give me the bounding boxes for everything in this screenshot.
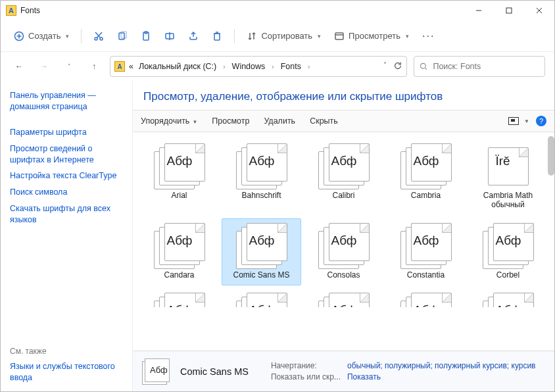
font-sample: Абф (414, 303, 439, 308)
sidebar-link[interactable]: Поиск символа (10, 187, 123, 198)
details-meta: Начертание:обычный; полужирный; полужирн… (271, 361, 536, 381)
search-icon (420, 62, 427, 71)
sidebar: Панель управления — домашняя страница Па… (1, 81, 132, 391)
folder-icon: A (114, 61, 125, 72)
paste-button[interactable] (135, 26, 157, 47)
maximize-button[interactable] (494, 1, 524, 20)
minimize-button[interactable] (464, 1, 494, 20)
hide-font-button[interactable]: Скрыть (310, 116, 338, 126)
sidebar-home[interactable]: Панель управления — домашняя страница (10, 90, 123, 112)
preview-button[interactable]: Просмотр (212, 116, 249, 126)
address-bar[interactable]: A « Локальный диск (C:) › Windows › Font… (110, 56, 407, 77)
help-button[interactable]: ? (536, 116, 546, 126)
font-label: Corbel (496, 270, 519, 280)
organize-button[interactable]: Упорядочить▼ (141, 116, 197, 126)
font-label: Bahnschrift (241, 191, 281, 200)
details-pane: Абф Comic Sans MS Начертание:обычный; по… (133, 351, 554, 391)
font-label: Constantia (407, 270, 445, 280)
page-heading: Просмотр, удаление, отображение или скры… (133, 81, 554, 110)
layout-button[interactable]: ▼ (508, 117, 529, 125)
view-button[interactable]: Просмотреть ▾ (329, 26, 414, 47)
details-thumbnail: Абф (142, 357, 171, 386)
font-sample: Ïrĕ (496, 154, 510, 168)
search-input[interactable] (433, 62, 539, 71)
delete-font-button[interactable]: Удалить (264, 116, 295, 126)
font-sample: Абф (496, 233, 521, 248)
font-label: Cambria Math обычный (472, 191, 544, 210)
chevron-down-icon: ▾ (318, 33, 321, 39)
font-label: Calibri (332, 191, 354, 200)
nav-row: ← → ˅ ↑ A « Локальный диск (C:) › Window… (1, 52, 554, 81)
font-sample: Абф (414, 154, 439, 168)
sidebar-link[interactable]: Скачать шрифты для всех языков (10, 203, 123, 226)
font-item[interactable]: ÏrĕCambria Math обычный (468, 139, 548, 216)
details-name: Comic Sans MS (180, 366, 249, 377)
separator (234, 29, 235, 43)
font-sample: Абф (167, 303, 193, 308)
font-sample: Абф (331, 154, 357, 168)
history-dropdown[interactable]: ˅ (383, 61, 387, 72)
font-sample: Абф (249, 154, 275, 168)
font-item[interactable]: Абф (139, 288, 219, 308)
crumb-3[interactable]: Fonts (279, 61, 302, 72)
seealso-label: См. также (10, 347, 123, 356)
font-item[interactable]: АбфCorbel (468, 218, 548, 285)
crumb-2[interactable]: Windows (231, 61, 267, 72)
svg-rect-20 (335, 33, 343, 39)
close-button[interactable] (524, 1, 554, 20)
separator (81, 29, 82, 43)
share-button[interactable] (183, 26, 204, 47)
font-sample: Абф (331, 233, 357, 248)
crumb-prefix: « (128, 61, 135, 72)
more-button[interactable]: ··· (417, 30, 440, 42)
font-item[interactable]: АбфComic Sans MS (222, 218, 301, 285)
search-box[interactable] (414, 56, 545, 77)
font-item[interactable]: Абф (222, 288, 301, 308)
chevron-down-icon: ▾ (406, 33, 409, 39)
view-label: Просмотреть (349, 31, 400, 41)
font-item[interactable]: АбфConsolas (304, 218, 383, 285)
svg-point-22 (421, 63, 426, 68)
font-item[interactable]: АбфCalibri (304, 139, 383, 216)
font-label: Candara (164, 270, 194, 280)
sort-button[interactable]: Сортировать ▾ (241, 26, 326, 47)
copy-button[interactable] (112, 26, 133, 47)
font-item[interactable]: АбфArial (139, 139, 219, 216)
rename-button[interactable] (159, 26, 180, 47)
font-sample: Абф (496, 303, 521, 308)
recent-dropdown[interactable]: ˅ (60, 57, 78, 76)
font-sample: Абф (331, 303, 357, 308)
font-item[interactable]: АбфCambria (386, 139, 466, 216)
svg-line-23 (425, 68, 427, 69)
up-button[interactable]: ↑ (85, 57, 103, 76)
delete-button[interactable] (206, 26, 228, 47)
font-grid: АбфArialАбфBahnschriftАбфCalibriАбфCambr… (133, 132, 554, 308)
sidebar-link[interactable]: Настройка текста ClearType (10, 170, 123, 182)
font-item[interactable]: Абф (304, 288, 383, 308)
create-label: Создать (28, 31, 60, 41)
font-item[interactable]: АбфCandara (139, 218, 219, 285)
title-bar: A Fonts (1, 1, 554, 20)
sidebar-seealso-link[interactable]: Языки и службы текстового ввода (10, 361, 123, 383)
sidebar-link[interactable]: Параметры шрифта (10, 127, 123, 138)
svg-rect-17 (214, 34, 220, 40)
refresh-button[interactable] (393, 61, 402, 72)
forward-button[interactable]: → (35, 57, 53, 76)
chevron-right-icon: › (269, 63, 276, 70)
font-sample: Абф (249, 303, 275, 308)
sidebar-link[interactable]: Просмотр сведений о шрифтах в Интернете (10, 143, 123, 166)
back-button[interactable]: ← (10, 57, 28, 76)
font-item[interactable]: Абф (468, 288, 548, 308)
font-item[interactable]: АбфBahnschrift (222, 139, 301, 216)
font-sample: Абф (249, 233, 275, 248)
cut-button[interactable] (88, 26, 109, 47)
font-item[interactable]: АбфConstantia (386, 218, 466, 285)
font-sample: Абф (167, 154, 193, 168)
scrollbar[interactable] (548, 136, 554, 176)
font-label: Comic Sans MS (233, 270, 289, 280)
font-label: Cambria (411, 191, 441, 200)
font-item[interactable]: Абф (386, 288, 466, 308)
chevron-right-icon: › (220, 63, 228, 70)
create-button[interactable]: Создать ▾ (9, 26, 74, 47)
crumb-1[interactable]: Локальный диск (C:) (137, 61, 218, 72)
